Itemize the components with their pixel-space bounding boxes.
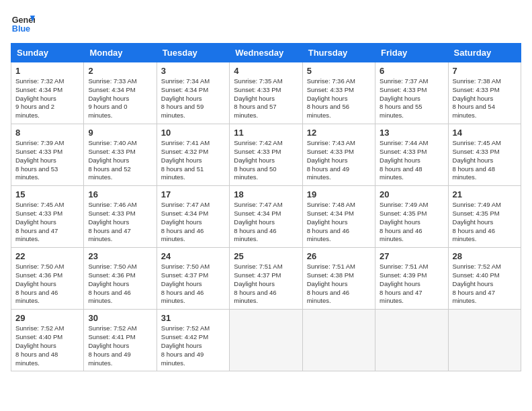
calendar-cell bbox=[230, 310, 302, 371]
cell-info: Sunrise: 7:32 AM Sunset: 4:34 PM Dayligh… bbox=[15, 77, 79, 120]
cell-info: Sunrise: 7:47 AM Sunset: 4:34 PM Dayligh… bbox=[234, 201, 298, 244]
day-number: 5 bbox=[307, 66, 371, 76]
day-number: 9 bbox=[88, 128, 152, 138]
day-number: 18 bbox=[234, 189, 298, 199]
day-number: 29 bbox=[15, 313, 79, 323]
weekday-header-sunday: Sunday bbox=[11, 44, 84, 62]
cell-info: Sunrise: 7:39 AM Sunset: 4:33 PM Dayligh… bbox=[15, 139, 79, 182]
cell-info: Sunrise: 7:37 AM Sunset: 4:33 PM Dayligh… bbox=[380, 77, 443, 120]
calendar-cell: 13 Sunrise: 7:44 AM Sunset: 4:33 PM Dayl… bbox=[375, 124, 448, 186]
cell-info: Sunrise: 7:40 AM Sunset: 4:33 PM Dayligh… bbox=[88, 139, 152, 182]
day-number: 21 bbox=[453, 189, 517, 199]
weekday-header-thursday: Thursday bbox=[302, 44, 375, 62]
day-number: 15 bbox=[15, 189, 79, 199]
day-number: 1 bbox=[15, 66, 79, 76]
calendar-cell bbox=[448, 310, 521, 371]
day-number: 2 bbox=[88, 66, 152, 76]
calendar-cell: 3 Sunrise: 7:34 AM Sunset: 4:34 PM Dayli… bbox=[157, 62, 229, 124]
calendar-cell: 9 Sunrise: 7:40 AM Sunset: 4:33 PM Dayli… bbox=[84, 124, 157, 186]
day-number: 17 bbox=[161, 189, 225, 199]
calendar-cell: 31 Sunrise: 7:52 AM Sunset: 4:42 PM Dayl… bbox=[157, 310, 229, 371]
calendar-cell: 22 Sunrise: 7:50 AM Sunset: 4:36 PM Dayl… bbox=[11, 248, 84, 310]
cell-info: Sunrise: 7:52 AM Sunset: 4:40 PM Dayligh… bbox=[453, 263, 517, 306]
cell-info: Sunrise: 7:50 AM Sunset: 4:36 PM Dayligh… bbox=[88, 263, 152, 306]
calendar-cell: 30 Sunrise: 7:52 AM Sunset: 4:41 PM Dayl… bbox=[84, 310, 157, 371]
day-number: 24 bbox=[161, 251, 225, 261]
weekday-header-monday: Monday bbox=[84, 44, 157, 62]
cell-info: Sunrise: 7:43 AM Sunset: 4:33 PM Dayligh… bbox=[307, 139, 371, 182]
calendar-cell: 11 Sunrise: 7:42 AM Sunset: 4:33 PM Dayl… bbox=[230, 124, 302, 186]
cell-info: Sunrise: 7:51 AM Sunset: 4:37 PM Dayligh… bbox=[234, 263, 298, 306]
calendar-cell: 12 Sunrise: 7:43 AM Sunset: 4:33 PM Dayl… bbox=[302, 124, 375, 186]
calendar-cell: 26 Sunrise: 7:51 AM Sunset: 4:38 PM Dayl… bbox=[302, 248, 375, 310]
cell-info: Sunrise: 7:36 AM Sunset: 4:33 PM Dayligh… bbox=[307, 77, 371, 120]
cell-info: Sunrise: 7:49 AM Sunset: 4:35 PM Dayligh… bbox=[453, 201, 517, 244]
calendar-cell: 24 Sunrise: 7:50 AM Sunset: 4:37 PM Dayl… bbox=[157, 248, 229, 310]
cell-info: Sunrise: 7:38 AM Sunset: 4:33 PM Dayligh… bbox=[453, 77, 517, 120]
calendar-cell: 10 Sunrise: 7:41 AM Sunset: 4:32 PM Dayl… bbox=[157, 124, 229, 186]
cell-info: Sunrise: 7:45 AM Sunset: 4:33 PM Dayligh… bbox=[453, 139, 517, 182]
cell-info: Sunrise: 7:49 AM Sunset: 4:35 PM Dayligh… bbox=[380, 201, 443, 244]
day-number: 13 bbox=[380, 128, 443, 138]
calendar-cell bbox=[375, 310, 448, 371]
day-number: 7 bbox=[453, 66, 517, 76]
cell-info: Sunrise: 7:51 AM Sunset: 4:38 PM Dayligh… bbox=[307, 263, 371, 306]
calendar-cell: 21 Sunrise: 7:49 AM Sunset: 4:35 PM Dayl… bbox=[448, 186, 521, 248]
weekday-header-wednesday: Wednesday bbox=[230, 44, 302, 62]
calendar-cell: 15 Sunrise: 7:45 AM Sunset: 4:33 PM Dayl… bbox=[11, 186, 84, 248]
calendar-cell: 1 Sunrise: 7:32 AM Sunset: 4:34 PM Dayli… bbox=[11, 62, 84, 124]
day-number: 8 bbox=[15, 128, 79, 138]
day-number: 4 bbox=[234, 66, 298, 76]
calendar-cell: 5 Sunrise: 7:36 AM Sunset: 4:33 PM Dayli… bbox=[302, 62, 375, 124]
calendar-cell: 14 Sunrise: 7:45 AM Sunset: 4:33 PM Dayl… bbox=[448, 124, 521, 186]
cell-info: Sunrise: 7:44 AM Sunset: 4:33 PM Dayligh… bbox=[380, 139, 443, 182]
logo: General Blue bbox=[11, 11, 35, 35]
cell-info: Sunrise: 7:46 AM Sunset: 4:33 PM Dayligh… bbox=[88, 201, 152, 244]
day-number: 22 bbox=[15, 251, 79, 261]
cell-info: Sunrise: 7:34 AM Sunset: 4:34 PM Dayligh… bbox=[161, 77, 225, 120]
day-number: 23 bbox=[88, 251, 152, 261]
day-number: 20 bbox=[380, 189, 443, 199]
calendar-cell: 20 Sunrise: 7:49 AM Sunset: 4:35 PM Dayl… bbox=[375, 186, 448, 248]
day-number: 28 bbox=[453, 251, 517, 261]
day-number: 19 bbox=[307, 189, 371, 199]
calendar-cell: 18 Sunrise: 7:47 AM Sunset: 4:34 PM Dayl… bbox=[230, 186, 302, 248]
calendar-cell: 19 Sunrise: 7:48 AM Sunset: 4:34 PM Dayl… bbox=[302, 186, 375, 248]
calendar-cell: 23 Sunrise: 7:50 AM Sunset: 4:36 PM Dayl… bbox=[84, 248, 157, 310]
cell-info: Sunrise: 7:42 AM Sunset: 4:33 PM Dayligh… bbox=[234, 139, 298, 182]
cell-info: Sunrise: 7:50 AM Sunset: 4:37 PM Dayligh… bbox=[161, 263, 225, 306]
cell-info: Sunrise: 7:50 AM Sunset: 4:36 PM Dayligh… bbox=[15, 263, 79, 306]
day-number: 30 bbox=[88, 313, 152, 323]
day-number: 31 bbox=[161, 313, 225, 323]
day-number: 25 bbox=[234, 251, 298, 261]
weekday-header-saturday: Saturday bbox=[448, 44, 521, 62]
day-number: 10 bbox=[161, 128, 225, 138]
cell-info: Sunrise: 7:33 AM Sunset: 4:34 PM Dayligh… bbox=[88, 77, 152, 120]
calendar-cell: 29 Sunrise: 7:52 AM Sunset: 4:40 PM Dayl… bbox=[11, 310, 84, 371]
day-number: 6 bbox=[380, 66, 443, 76]
day-number: 27 bbox=[380, 251, 443, 261]
day-number: 26 bbox=[307, 251, 371, 261]
cell-info: Sunrise: 7:47 AM Sunset: 4:34 PM Dayligh… bbox=[161, 201, 225, 244]
cell-info: Sunrise: 7:52 AM Sunset: 4:40 PM Dayligh… bbox=[15, 324, 79, 367]
calendar-cell: 4 Sunrise: 7:35 AM Sunset: 4:33 PM Dayli… bbox=[230, 62, 302, 124]
calendar-cell: 17 Sunrise: 7:47 AM Sunset: 4:34 PM Dayl… bbox=[157, 186, 229, 248]
calendar-cell: 27 Sunrise: 7:51 AM Sunset: 4:39 PM Dayl… bbox=[375, 248, 448, 310]
calendar-table: SundayMondayTuesdayWednesdayThursdayFrid… bbox=[11, 43, 521, 371]
calendar-cell: 25 Sunrise: 7:51 AM Sunset: 4:37 PM Dayl… bbox=[230, 248, 302, 310]
logo-icon: General Blue bbox=[11, 11, 35, 35]
svg-text:Blue: Blue bbox=[12, 24, 30, 34]
day-number: 11 bbox=[234, 128, 298, 138]
calendar-cell: 2 Sunrise: 7:33 AM Sunset: 4:34 PM Dayli… bbox=[84, 62, 157, 124]
cell-info: Sunrise: 7:52 AM Sunset: 4:41 PM Dayligh… bbox=[88, 324, 152, 367]
day-number: 12 bbox=[307, 128, 371, 138]
calendar-cell bbox=[302, 310, 375, 371]
calendar-cell: 8 Sunrise: 7:39 AM Sunset: 4:33 PM Dayli… bbox=[11, 124, 84, 186]
calendar-cell: 28 Sunrise: 7:52 AM Sunset: 4:40 PM Dayl… bbox=[448, 248, 521, 310]
cell-info: Sunrise: 7:51 AM Sunset: 4:39 PM Dayligh… bbox=[380, 263, 443, 306]
cell-info: Sunrise: 7:45 AM Sunset: 4:33 PM Dayligh… bbox=[15, 201, 79, 244]
weekday-header-friday: Friday bbox=[375, 44, 448, 62]
calendar-cell: 16 Sunrise: 7:46 AM Sunset: 4:33 PM Dayl… bbox=[84, 186, 157, 248]
calendar-cell: 7 Sunrise: 7:38 AM Sunset: 4:33 PM Dayli… bbox=[448, 62, 521, 124]
day-number: 14 bbox=[453, 128, 517, 138]
